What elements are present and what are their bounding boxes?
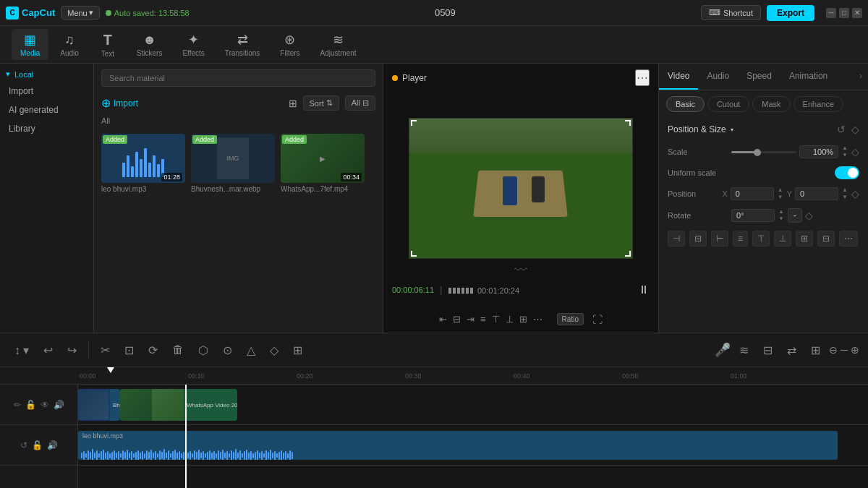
align-text-button[interactable]: ≡ <box>733 231 748 247</box>
transform-button[interactable]: ⊞ <box>287 341 308 360</box>
more-controls-btn[interactable]: ⋯ <box>533 314 542 325</box>
grid-view-button[interactable]: ⊞ <box>289 98 297 109</box>
align-top-btn[interactable]: ⊤ <box>492 314 500 325</box>
align-bottom-button[interactable]: ⊥ <box>774 231 791 247</box>
ratio-button[interactable]: Ratio <box>557 313 584 325</box>
video-clip[interactable]: WhatsApp Video 2024-05-10 at... <box>120 389 237 421</box>
resize-handle-bl[interactable] <box>411 251 417 257</box>
audio-track-button[interactable]: ≋ <box>733 341 754 360</box>
split-button[interactable]: ✂ <box>95 341 116 360</box>
freeze-button[interactable]: ⬡ <box>192 341 214 360</box>
uniform-scale-toggle[interactable] <box>835 166 859 179</box>
align-right-btn[interactable]: ⇥ <box>467 314 475 325</box>
fullscreen-button[interactable]: ⛶ <box>592 314 603 325</box>
rotate-reset-button[interactable]: ◇ <box>805 210 813 221</box>
position-reset-button[interactable]: ◇ <box>851 188 859 200</box>
track-edit-button[interactable]: ✏ <box>14 400 21 410</box>
search-input[interactable] <box>101 69 375 87</box>
export-button[interactable]: Export <box>767 5 814 21</box>
subtab-basic[interactable]: Basic <box>666 96 705 112</box>
more-tabs-button[interactable]: › <box>854 64 868 90</box>
tab-video[interactable]: Video <box>659 64 698 90</box>
video-clip[interactable]: Bhuvi <box>78 389 120 421</box>
rotate-up-button[interactable]: ▲ <box>778 208 785 215</box>
resize-handle-tl[interactable] <box>411 120 417 126</box>
undo-button[interactable]: ↩ <box>38 341 59 360</box>
nav-library[interactable]: Library <box>0 119 93 138</box>
subtab-enhance[interactable]: Enhance <box>793 96 843 112</box>
pos-y-down-button[interactable]: ▼ <box>841 194 848 201</box>
more-align-button[interactable]: ⋯ <box>839 231 858 247</box>
distribute-h-button[interactable]: ⊞ <box>796 231 813 247</box>
tool-adjustment[interactable]: ≋ Adjustment <box>312 29 365 60</box>
sort-button[interactable]: Sort ⇅ <box>303 95 339 111</box>
pos-y-up-button[interactable]: ▲ <box>841 187 848 194</box>
menu-button[interactable]: Menu ▾ <box>61 6 100 20</box>
diamond-button[interactable]: ◇ <box>851 124 859 135</box>
tool-media[interactable]: ▦ Media <box>12 29 48 60</box>
scale-input[interactable] <box>799 145 838 158</box>
scale-reset-button[interactable]: ◇ <box>851 146 859 158</box>
tool-stickers[interactable]: ☻ Stickers <box>128 30 171 60</box>
subtab-mask[interactable]: Mask <box>752 96 790 112</box>
distribute-h-btn[interactable]: ⊞ <box>519 314 527 325</box>
distribute-v-button[interactable]: ⊟ <box>817 231 835 247</box>
list-item[interactable]: ▶ Added 00:34 WhatsApp...7fef.mp4 <box>281 134 365 327</box>
audio-clip[interactable]: leo bhuvi.mp3 // Generate wave bars inli… <box>78 431 838 460</box>
pos-x-down-button[interactable]: ▼ <box>777 194 784 201</box>
scale-down-button[interactable]: ▼ <box>841 152 848 159</box>
subtab-cutout[interactable]: Cutout <box>707 96 749 112</box>
position-y-input[interactable] <box>795 187 838 200</box>
track-visibility-button[interactable]: 👁 <box>41 400 49 410</box>
zoom-slider-button[interactable]: ─ <box>841 344 848 356</box>
add-track-button[interactable]: ⊕ <box>851 344 859 356</box>
speed-button[interactable]: ⟳ <box>142 341 163 360</box>
track-volume-button[interactable]: 🔊 <box>54 400 64 410</box>
flip-button[interactable]: - <box>788 208 802 223</box>
audio-sync-button[interactable]: ⇄ <box>781 341 802 360</box>
nav-ai-generated[interactable]: AI generated <box>0 100 93 119</box>
track-loop-button[interactable]: ↺ <box>20 440 27 450</box>
align-right-button[interactable]: ⊢ <box>711 231 728 247</box>
align-left-button[interactable]: ⊣ <box>668 231 685 247</box>
delete-button[interactable]: 🗑 <box>166 341 190 359</box>
trim-button[interactable]: △ <box>241 341 261 360</box>
scale-thumb[interactable] <box>754 149 761 156</box>
list-item[interactable]: Added 01:28 leo bhuvi.mp3 <box>101 134 185 327</box>
video-track-button[interactable]: ⊟ <box>757 341 778 360</box>
shortcut-button[interactable]: ⌨ Shortcut <box>701 5 761 20</box>
pause-button[interactable]: ⏸ <box>638 283 650 296</box>
select-tool-button[interactable]: ↕ ▾ <box>9 341 35 360</box>
resize-handle-br[interactable] <box>625 251 631 257</box>
tab-speed[interactable]: Speed <box>738 64 780 90</box>
align-left-btn[interactable]: ⇤ <box>439 314 447 325</box>
tool-filters[interactable]: ⊛ Filters <box>271 29 308 60</box>
mic-button[interactable]: 🎤 <box>715 342 731 358</box>
clip-button[interactable]: ⊞ <box>805 341 826 360</box>
track-lock-button[interactable]: 🔓 <box>25 400 36 410</box>
text-align-btn[interactable]: ≡ <box>480 314 486 325</box>
close-button[interactable]: ✕ <box>852 8 862 18</box>
rotate-down-button[interactable]: ▼ <box>778 215 785 223</box>
pos-x-up-button[interactable]: ▲ <box>777 187 784 194</box>
tab-animation[interactable]: Animation <box>780 64 836 90</box>
align-bottom-btn[interactable]: ⊥ <box>506 314 514 325</box>
maximize-button[interactable]: □ <box>839 8 849 18</box>
list-item[interactable]: IMG Added Bhuvnesh...mar.webp <box>191 134 275 327</box>
player-menu-button[interactable]: ⋯ <box>635 69 650 86</box>
track-lock2-button[interactable]: 🔓 <box>32 440 43 450</box>
filter-button[interactable]: All ⊟ <box>345 95 375 111</box>
rotate-input[interactable] <box>731 209 775 222</box>
align-center-h-btn[interactable]: ⊟ <box>453 314 461 325</box>
tool-audio[interactable]: ♫ Audio <box>51 30 88 60</box>
tool-text[interactable]: T Text <box>90 29 125 61</box>
tool-transitions[interactable]: ⇄ Transitions <box>216 29 269 60</box>
position-x-input[interactable] <box>731 187 774 200</box>
tool-effects[interactable]: ✦ Effects <box>174 29 213 60</box>
scale-up-button[interactable]: ▲ <box>841 145 848 152</box>
import-button[interactable]: ⊕ Import <box>101 96 138 110</box>
keyframe-button[interactable]: ◇ <box>264 341 284 360</box>
align-top-button[interactable]: ⊤ <box>752 231 770 247</box>
redo-button[interactable]: ↪ <box>61 341 82 360</box>
stabilize-button[interactable]: ⊙ <box>217 341 238 360</box>
